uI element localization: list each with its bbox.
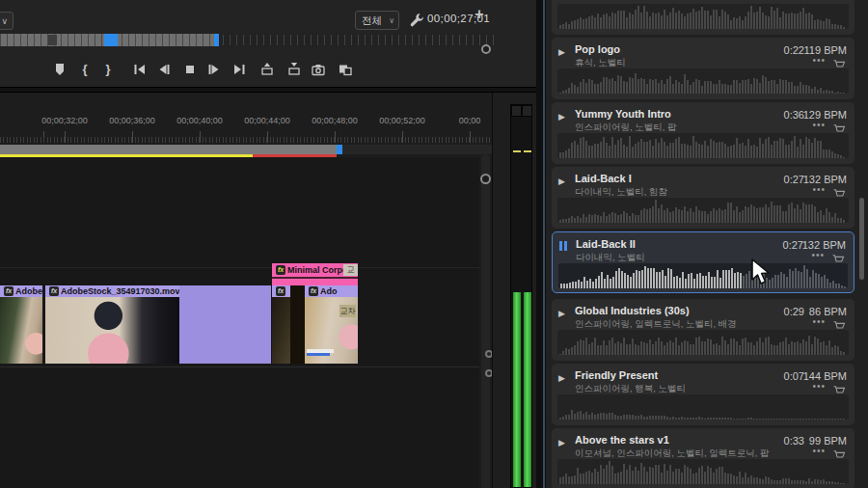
step-back-icon[interactable] [156, 62, 172, 77]
more-options-icon[interactable]: ••• [811, 250, 825, 260]
clip-adobestock-c[interactable]: fx [272, 285, 290, 364]
viewport-end-handle[interactable] [214, 34, 219, 46]
transport-toolbar: {} [0, 54, 540, 85]
ruler-timecode-label: 00;00;36;00 [94, 116, 171, 125]
fx-badge-icon: fx [49, 286, 59, 296]
more-options-icon[interactable]: ••• [812, 120, 826, 130]
clip-color-matte[interactable] [179, 285, 271, 364]
track-duration: 0:33 [784, 435, 804, 447]
mark-in-icon[interactable]: { [77, 62, 93, 77]
ruler-timecode-label: 00;00;48;00 [296, 116, 373, 125]
audio-track-card[interactable]: ▶ Global Industries (30s) 인스파이어링, 일렉트로닉,… [552, 299, 854, 361]
more-options-icon[interactable]: ••• [812, 446, 826, 456]
mark-out-icon[interactable]: } [100, 62, 116, 77]
track-duration: 0:29 [784, 306, 804, 317]
audio-track-card[interactable]: ▶ Pop logo 휴식, 노벨티 0:22 119 BPM ••• [552, 38, 854, 99]
waveform[interactable] [557, 133, 849, 158]
comparison-view-icon[interactable] [338, 62, 353, 77]
panel-focus-border [543, 0, 545, 488]
track-title: Pop logo [575, 43, 620, 55]
track-title: Above the stars v1 [575, 434, 669, 446]
step-forward-icon[interactable] [206, 62, 222, 77]
more-options-icon[interactable]: ••• [812, 55, 826, 66]
ruler-timecode-label: 00;00;52;00 [364, 116, 441, 125]
app-window: ∨ 전체 ∨ 00;00;27;01 {} + 00;00;32;0000;00… [0, 0, 868, 488]
button-editor-add-button[interactable]: + [472, 6, 487, 23]
work-area-bar[interactable] [0, 145, 337, 154]
panel-scrollbar-thumb[interactable] [859, 198, 864, 280]
ruler-timecode-label: 00;00;40;00 [161, 116, 238, 125]
graphic-overlay-blue [307, 353, 330, 356]
play-icon[interactable]: ▶ [558, 111, 570, 122]
audio-track-card[interactable]: ▶ Laid-Back I 다이내믹, 노벨티, 힘참 0:27 132 BPM… [552, 167, 854, 229]
waveform[interactable] [557, 4, 849, 29]
zoom-level-dropdown[interactable]: 전체 ∨ [355, 11, 399, 30]
program-monitor-controls: ∨ 전체 ∨ 00;00;27;01 {} + [0, 0, 540, 87]
play-icon[interactable]: ▶ [558, 176, 570, 187]
level-bar-left [513, 292, 521, 487]
lift-icon[interactable] [259, 62, 275, 77]
track-title: Laid-Back II [576, 238, 636, 250]
pause-icon[interactable] [559, 241, 571, 253]
fx-badge-icon: fx [4, 286, 14, 296]
clip-adobestock-d[interactable]: fx Ado [305, 285, 358, 364]
chevron-down-icon: ∨ [389, 16, 394, 25]
meter-header-right [522, 105, 532, 117]
waveform[interactable] [557, 394, 849, 420]
stop-icon[interactable] [182, 62, 198, 77]
play-icon[interactable]: ▶ [558, 308, 570, 319]
meter-header-left [511, 105, 522, 117]
transition-crossfade[interactable]: 교차 [343, 264, 358, 276]
fx-badge-icon: fx [276, 265, 285, 275]
clip-label: AdobeSt [15, 286, 42, 296]
waveform[interactable] [557, 198, 849, 223]
play-icon[interactable]: ▶ [558, 437, 570, 448]
audio-meter [510, 104, 532, 488]
scrollbar-knob[interactable] [481, 44, 491, 54]
audio-track-card[interactable]: Laid-Back II 다이내믹, 노벨티 0:27 132 BPM ••• [552, 231, 854, 293]
track-title: Yummy Youth Intro [575, 108, 671, 120]
clip-adobestock-a[interactable]: fx AdobeSt [0, 285, 42, 364]
timeline-ruler[interactable]: 00;00;32;0000;00;36;0000;00;40;0000;00;4… [0, 116, 494, 128]
more-options-icon[interactable]: ••• [812, 184, 826, 195]
waveform[interactable] [557, 459, 849, 484]
extract-icon[interactable] [286, 62, 302, 77]
clip-label: Minimal Corpo [287, 265, 348, 275]
waveform[interactable] [557, 68, 849, 94]
clip-adobestock-b[interactable]: fx AdobeStock_354917030.mov.mp4 [45, 285, 179, 364]
scrollbar-thumb[interactable] [481, 154, 490, 488]
play-icon[interactable]: ▶ [558, 46, 570, 58]
peak-indicator-left [513, 150, 521, 152]
timeline-vertical-scrollbar[interactable] [479, 154, 492, 488]
waveform[interactable] [558, 263, 848, 288]
marker-icon[interactable] [52, 62, 68, 77]
transition-crossfade[interactable]: 교차 [339, 305, 356, 317]
play-icon[interactable]: ▶ [558, 372, 570, 384]
fx-badge-icon: fx [309, 286, 318, 296]
playhead-marker[interactable] [104, 34, 118, 46]
audio-track-card[interactable]: ▶ Yummy Youth Intro 인스파이어링, 노벨티, 팝 0:36 … [552, 102, 854, 164]
audio-meter-panel [492, 93, 536, 488]
track-boundary-line [0, 366, 479, 367]
monitor-zoom-scrollbar[interactable] [0, 33, 494, 47]
clip-minimal-corpo[interactable]: fx Minimal Corpo 교차 [272, 263, 358, 285]
stock-audio-panel: ▶ ••• ▶ Pop logo 휴식, 노벨티 0:22 119 BPM ••… [546, 0, 868, 488]
more-options-icon[interactable]: ••• [812, 316, 826, 327]
clip-gap [290, 285, 305, 364]
scrollbar-knob[interactable] [480, 174, 491, 184]
export-frame-icon[interactable] [311, 62, 326, 77]
work-area-marker [48, 35, 57, 45]
go-to-out-icon[interactable] [231, 62, 247, 77]
work-area-end-handle[interactable] [337, 145, 342, 154]
settings-wrench-icon[interactable] [408, 12, 424, 28]
waveform[interactable] [557, 330, 849, 355]
ruler-minor-ticks[interactable] [0, 137, 494, 143]
track-duration: 0:27 [783, 239, 803, 251]
audio-track-card[interactable]: ▶ Above the stars v1 이모셔널, 인스파이어링, 노벨티, … [552, 428, 854, 488]
ruler-timecode-label: 00;00;32;00 [26, 116, 103, 125]
audio-track-card[interactable]: ▶ Friendly Present 인스파이어링, 행복, 노벨티 0:07 … [552, 364, 854, 425]
more-options-icon[interactable]: ••• [812, 381, 826, 392]
go-to-in-icon[interactable] [132, 62, 148, 77]
audio-track-card[interactable]: ▶ ••• [552, 0, 854, 35]
panel-dropdown-chevron-icon[interactable]: ∨ [0, 12, 14, 30]
